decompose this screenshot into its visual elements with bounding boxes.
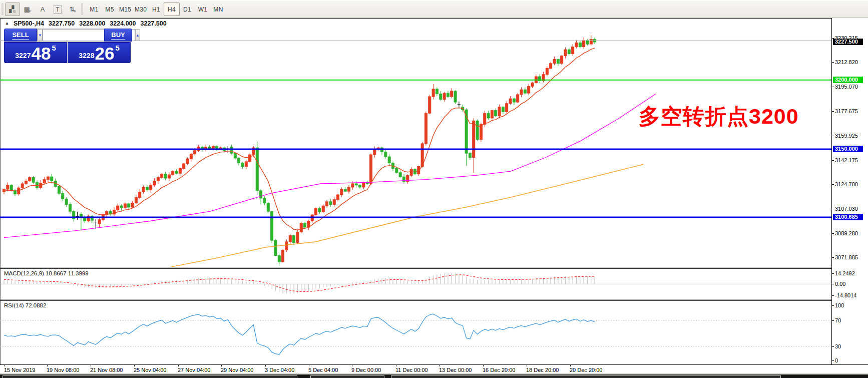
candle bbox=[69, 202, 71, 214]
candle bbox=[94, 219, 97, 228]
candle bbox=[594, 38, 596, 44]
timeframe-button-MN[interactable]: MN bbox=[210, 3, 226, 16]
candle bbox=[238, 157, 240, 165]
candle bbox=[263, 196, 266, 205]
timeframe-button-M30[interactable]: M30 bbox=[133, 3, 149, 16]
candle bbox=[80, 212, 82, 231]
candle bbox=[271, 211, 273, 243]
candle bbox=[399, 170, 401, 178]
ma-fast-line bbox=[4, 48, 595, 230]
candle bbox=[436, 88, 438, 96]
date-label: 27 Nov 04:00 bbox=[178, 367, 210, 373]
pane-splitter[interactable] bbox=[0, 299, 868, 299]
candle bbox=[32, 176, 35, 184]
timeframe-button-M15[interactable]: M15 bbox=[117, 3, 133, 16]
candle bbox=[428, 95, 431, 114]
buy-button[interactable]: BUY bbox=[104, 29, 132, 42]
timeframe-button-H1[interactable]: H1 bbox=[148, 3, 164, 16]
price-tick: 3195.070 bbox=[835, 84, 858, 90]
macd-pane[interactable] bbox=[0, 269, 831, 299]
candle bbox=[359, 184, 361, 189]
collapse-panel-icon[interactable]: ▲ bbox=[5, 21, 9, 26]
ohlc-high: 3228.000 bbox=[79, 20, 105, 27]
candle bbox=[568, 48, 570, 56]
toolbar-grip-2[interactable] bbox=[81, 4, 83, 15]
candle bbox=[161, 173, 163, 179]
candle bbox=[249, 154, 251, 163]
candle bbox=[179, 168, 181, 176]
macd-label: MACD(12,26,9) 10.8667 11.3999 bbox=[4, 270, 89, 276]
volume-decrease-button[interactable]: ▼ bbox=[38, 29, 43, 41]
candle bbox=[520, 87, 523, 97]
candle bbox=[216, 145, 218, 151]
candle bbox=[84, 215, 86, 223]
timeframe-button-M1[interactable]: M1 bbox=[86, 3, 102, 16]
sell-price-tile[interactable]: 3227 48 5 bbox=[4, 42, 67, 63]
crosshair-cycle-icon[interactable]: ⇅▾ bbox=[65, 3, 80, 16]
candle bbox=[469, 152, 471, 160]
timeframe-button-H4[interactable]: H4 bbox=[164, 3, 180, 16]
toolbar-grip[interactable] bbox=[2, 4, 4, 15]
candle bbox=[491, 110, 493, 119]
expert-advisor-chart-icon[interactable]: ▞E bbox=[5, 3, 20, 16]
price-tick: 3212.820 bbox=[835, 59, 858, 65]
candle bbox=[506, 101, 508, 114]
sell-button[interactable]: SELL bbox=[4, 29, 37, 42]
sell-price-big: 48 bbox=[31, 47, 51, 61]
taskbar-window-button[interactable] bbox=[310, 375, 384, 378]
candle bbox=[120, 204, 123, 210]
candle bbox=[296, 230, 299, 244]
candle bbox=[76, 212, 79, 220]
candle bbox=[153, 178, 156, 187]
candle bbox=[285, 239, 288, 252]
pane-splitter[interactable] bbox=[0, 267, 868, 267]
candle bbox=[454, 90, 457, 104]
ohlc-open: 3227.750 bbox=[49, 20, 75, 27]
timeframe-button-W1[interactable]: W1 bbox=[195, 3, 211, 16]
date-label: 21 Nov 08:00 bbox=[90, 367, 123, 373]
candle bbox=[572, 44, 574, 56]
text-label-tool-icon[interactable]: T bbox=[50, 3, 65, 16]
candle bbox=[476, 120, 479, 141]
taskbar-window-button[interactable] bbox=[391, 375, 781, 378]
macd-axis-label: -14.8014 bbox=[835, 292, 856, 298]
buy-price-tile[interactable]: 3228 26 5 bbox=[68, 42, 131, 63]
candle bbox=[322, 204, 324, 213]
candle bbox=[267, 202, 269, 213]
timeframe-button-M5[interactable]: M5 bbox=[102, 3, 118, 16]
price-tick: 3089.280 bbox=[835, 230, 858, 236]
candle bbox=[424, 112, 427, 146]
candle bbox=[539, 74, 541, 83]
candle bbox=[531, 82, 534, 88]
candle bbox=[47, 176, 49, 182]
rsi-axis-label: 0 bbox=[835, 357, 838, 363]
date-label: 3 Dec 04:00 bbox=[265, 367, 294, 373]
volume-increase-button[interactable]: ▲ bbox=[135, 29, 140, 41]
candle bbox=[58, 185, 60, 195]
candle bbox=[307, 220, 310, 230]
price-axis[interactable]: 3230.2153212.8203195.0703177.6753159.925… bbox=[832, 18, 868, 373]
timeframe-button-D1[interactable]: D1 bbox=[179, 3, 195, 16]
candle bbox=[146, 185, 148, 192]
taskbar-window-button[interactable] bbox=[3, 375, 297, 378]
time-axis[interactable]: 15 Nov 201919 Nov 08:0021 Nov 08:0025 No… bbox=[0, 364, 868, 373]
mt4-application-window: ▞E▦FAT⇅▾ M1M5M15M30H1H4D1W1MN ▲ SP500-,H… bbox=[0, 0, 868, 378]
candle bbox=[29, 176, 31, 182]
candle bbox=[509, 96, 512, 105]
buy-button-label: BUY bbox=[111, 31, 125, 40]
candle bbox=[315, 207, 317, 216]
one-click-trade-panel: SELL ▼ ▲ BUY 3227 48 5 3228 26 5 bbox=[4, 29, 132, 63]
candle bbox=[157, 176, 159, 184]
candle bbox=[300, 221, 302, 233]
arrow-tool-icon[interactable]: A bbox=[35, 3, 50, 16]
candle bbox=[561, 55, 563, 65]
candle bbox=[546, 66, 548, 76]
rsi-axis-label: 30 bbox=[835, 343, 841, 349]
candle bbox=[528, 84, 530, 95]
candle bbox=[406, 174, 409, 184]
data-window-grid-icon[interactable]: ▦F bbox=[20, 3, 35, 16]
candle bbox=[131, 201, 134, 208]
candle bbox=[575, 40, 578, 49]
rsi-pane[interactable] bbox=[0, 301, 831, 364]
candle bbox=[18, 186, 20, 196]
